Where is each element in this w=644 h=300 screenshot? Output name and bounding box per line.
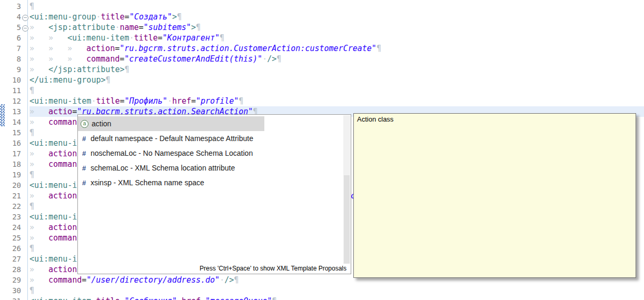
fold-column (21, 233, 29, 243)
pilcrow-token: ¶ (276, 54, 281, 64)
val-token: "Создать" (130, 12, 172, 22)
code-text[interactable]: ¶ (29, 85, 644, 96)
pilcrow-token: ¶ (220, 33, 224, 43)
popup-scrollbar[interactable] (343, 115, 350, 265)
tag-token: /> (267, 54, 276, 64)
fold-column (21, 212, 29, 222)
code-line[interactable]: 8»»»command="createCustomerAndEdit(this)… (0, 54, 644, 64)
line-number: 30 (6, 285, 21, 296)
sp-token: · (177, 296, 182, 300)
code-line[interactable]: 10</ui:menu-group>¶ (0, 75, 644, 85)
tab-token: » (29, 43, 48, 54)
code-line[interactable]: 30¶ (0, 285, 644, 296)
fold-collapse-icon[interactable] (22, 25, 28, 32)
code-text[interactable]: »»»command="createCustomerAndEdit(this)"… (29, 54, 644, 64)
code-line[interactable]: 6»»<ui:menu-item·title="Контрагент"¶ (0, 33, 644, 43)
fold-column (21, 43, 29, 54)
pilcrow-token: ¶ (177, 12, 182, 22)
marker-column (0, 222, 6, 233)
eq-token: = (72, 107, 77, 116)
proposal-item[interactable]: #noschemaLoc - No Namespace Schema Locat… (78, 146, 343, 161)
tab-token: » (29, 54, 48, 64)
tab-token: » (29, 117, 48, 127)
proposal-item[interactable]: #xsinsp - XML Schema name space (78, 175, 343, 190)
namespace-proposal-icon: # (81, 135, 87, 143)
fold-column (21, 54, 29, 64)
proposal-label: schemaLoc - XML Schema location attribut… (91, 164, 235, 172)
code-line[interactable]: 9»</jsp:attribute>¶ (0, 64, 644, 75)
code-line[interactable]: 11¶ (0, 85, 644, 96)
tag-token: <ui:menu-item (29, 296, 91, 300)
attr-token: action (48, 149, 77, 158)
eq-token: = (82, 275, 86, 285)
marker-column (0, 296, 6, 300)
code-text[interactable]: »»»action="ru.bgcrm.struts.action.Custom… (29, 43, 644, 54)
attr-token: comman (48, 159, 77, 169)
marker-column (0, 22, 6, 33)
code-line[interactable]: 4<ui:menu-group·title="Создать">¶ (0, 12, 644, 22)
marker-column (0, 254, 6, 264)
code-text[interactable]: »</jsp:attribute>¶ (29, 64, 644, 75)
proposal-label: action (92, 119, 111, 128)
line-number: 23 (6, 212, 21, 222)
line-number: 26 (6, 243, 21, 254)
code-line[interactable]: 5»<jsp:attribute·name="subitems">¶ (0, 22, 644, 33)
code-text[interactable]: »»<ui:menu-item·title="Контрагент"¶ (29, 33, 644, 43)
code-text[interactable]: <ui:menu-item·title="Сообщения"·href="me… (29, 296, 644, 300)
proposal-item[interactable]: aaction (78, 116, 264, 131)
pilcrow-token: ¶ (29, 86, 34, 95)
fold-column (21, 138, 29, 148)
popup-scrollbar-thumb[interactable] (344, 175, 350, 265)
code-text[interactable]: <ui:menu-item·title="Профиль"·href="prof… (29, 96, 644, 106)
code-text[interactable]: ¶ (29, 1, 644, 12)
val-token: "Сообщения" (125, 296, 177, 300)
code-line[interactable]: 12<ui:menu-item·title="Профиль"·href="pr… (0, 96, 644, 106)
marker-column (0, 12, 6, 22)
code-text[interactable]: </ui:menu-group>¶ (29, 75, 644, 85)
line-number: 27 (6, 254, 21, 264)
line-number: 18 (6, 159, 21, 169)
code-line[interactable]: 3¶ (0, 1, 644, 12)
tab-token: » (29, 106, 48, 117)
code-text[interactable]: <ui:menu-group·title="Создать">¶ (29, 12, 644, 22)
attr-token: action (48, 223, 77, 232)
code-line[interactable]: 31<ui:menu-item·title="Сообщения"·href="… (0, 296, 644, 300)
pilcrow-token: ¶ (29, 128, 34, 137)
tag-token: <ui:menu-item (29, 96, 91, 106)
eq-token: = (191, 96, 196, 106)
popup-status-text: Press 'Ctrl+Space' to show XML Template … (78, 264, 351, 273)
code-text[interactable]: ¶ (29, 285, 644, 296)
fold-column (21, 169, 29, 180)
line-number: 8 (6, 54, 21, 64)
fold-column (21, 22, 29, 33)
marker-column (0, 180, 6, 191)
tag-token: <ui:menu-i (29, 212, 77, 222)
val-token: "profile" (196, 96, 239, 106)
tab-token: » (48, 33, 67, 43)
proposal-item[interactable]: #schemaLoc - XML Schema location attribu… (78, 161, 343, 175)
eq-token: = (120, 296, 125, 300)
attr-token: action (48, 191, 77, 201)
pilcrow-token: ¶ (29, 170, 34, 179)
code-line[interactable]: 7»»»action="ru.bgcrm.struts.action.Custo… (0, 43, 644, 54)
sp-token: · (220, 275, 224, 285)
line-number: 3 (6, 1, 21, 12)
attr-token: href (172, 96, 191, 106)
line-number: 6 (6, 33, 21, 43)
attribute-proposal-icon: a (81, 120, 88, 128)
proposal-item[interactable]: #default namespace - Default Namespace A… (78, 131, 343, 146)
fold-collapse-icon[interactable] (22, 15, 28, 21)
eq-token: = (120, 96, 125, 106)
marker-column (0, 75, 6, 85)
namespace-proposal-icon: # (81, 179, 87, 187)
code-text[interactable]: »<jsp:attribute·name="subitems">¶ (29, 22, 644, 33)
attr-token: action (48, 265, 77, 274)
tab-token: » (29, 191, 48, 201)
fold-column (21, 1, 29, 12)
attr-token: actio (48, 107, 72, 116)
tab-token: » (29, 222, 48, 233)
line-number: 15 (6, 127, 21, 138)
line-number: 24 (6, 222, 21, 233)
eq-token: = (120, 54, 124, 64)
fold-column (21, 264, 29, 275)
